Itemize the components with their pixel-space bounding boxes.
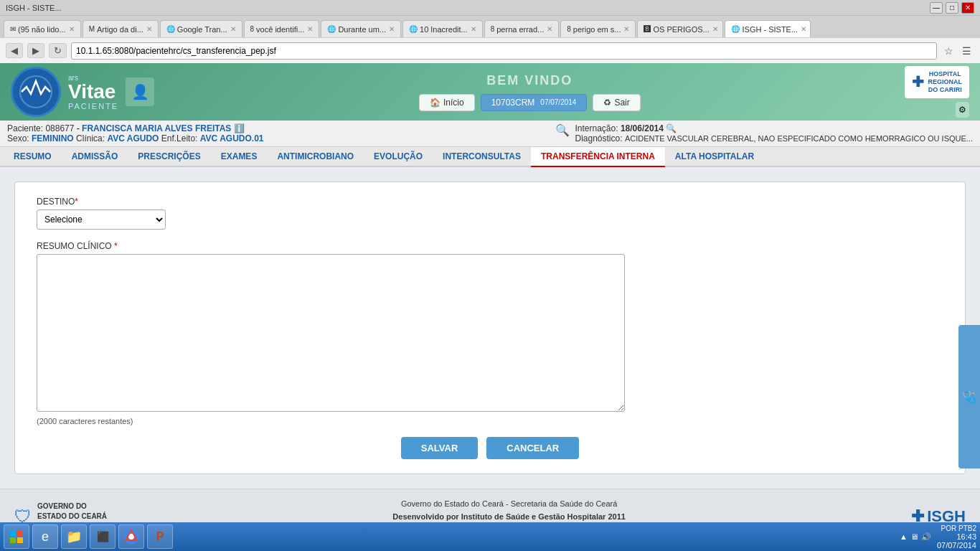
tab-alta-hospitalar[interactable]: ALTA HOSPITALAR — [665, 147, 764, 167]
files-button[interactable]: 📁 — [61, 524, 87, 549]
enf-value: AVC AGUDO.01 — [200, 133, 264, 143]
taskbar-up-icon: ▲ — [900, 532, 908, 541]
bem-vindo-text: BEM VINDO — [419, 73, 641, 88]
header-center: BEM VINDO 🏠 Início 10703CRM 07/07/2014 ♻… — [419, 73, 641, 111]
tab-close-4[interactable]: ✕ — [307, 25, 313, 33]
browser-tab-bar: ✉ (95 não lido... ✕ M Artigo da di... ✕ … — [0, 16, 980, 37]
tab-close-7[interactable]: ✕ — [547, 25, 552, 33]
ie-button[interactable]: e — [32, 524, 58, 549]
tab-close-5[interactable]: ✕ — [389, 25, 395, 33]
back-button[interactable]: ◀ — [6, 43, 23, 58]
ie-icon: e — [42, 529, 49, 545]
tab-label-6: 10 Inacredit... — [420, 25, 468, 34]
maximize-button[interactable]: □ — [946, 2, 958, 14]
reload-button[interactable]: ↻ — [49, 43, 67, 58]
crm-button[interactable]: 10703CRM 07/07/2014 — [481, 94, 588, 111]
window-controls: — □ ✕ — [930, 2, 974, 14]
menu-button[interactable]: ☰ — [959, 44, 974, 58]
date-display: 07/07/2014 — [937, 541, 976, 550]
resumo-textarea[interactable] — [37, 254, 625, 412]
save-button[interactable]: SALVAR — [401, 437, 479, 459]
browser-tab-2[interactable]: M Artigo da di... ✕ — [83, 20, 159, 37]
sair-icon: ♻ — [603, 98, 611, 108]
sair-button[interactable]: ♻ Sair — [593, 94, 640, 111]
settings-icon[interactable]: ⚙ — [956, 102, 969, 118]
search-patient-icon[interactable]: 🔍 — [555, 123, 570, 137]
terminal-button[interactable]: ⬛ — [90, 524, 116, 549]
destino-select[interactable]: Selecione — [37, 209, 166, 230]
tab-icon-5: 🌐 — [327, 25, 336, 33]
form-actions: SALVAR CANCELAR — [37, 437, 943, 459]
tab-evolucao[interactable]: EVOLUÇÃO — [364, 147, 433, 167]
header-nav-buttons: 🏠 Início 10703CRM 07/07/2014 ♻ Sair — [419, 94, 641, 111]
nav-tabs: RESUMO ADMISSÃO PRESCRIÇÕES EXAMES ANTIM… — [0, 147, 980, 167]
browser-tab-3[interactable]: 🌐 Google Tran... ✕ — [160, 20, 242, 37]
sair-label: Sair — [614, 98, 629, 108]
tab-close-2[interactable]: ✕ — [146, 25, 152, 33]
clinica-value: AVC AGUDO — [107, 133, 159, 143]
bookmark-button[interactable]: ☆ — [941, 44, 956, 58]
crm-date: 07/07/2014 — [540, 98, 576, 106]
tab-admissao[interactable]: ADMISSÃO — [62, 147, 128, 167]
tab-icon-2: M — [89, 25, 95, 33]
inicio-button[interactable]: 🏠 Início — [419, 94, 475, 111]
url-input[interactable] — [71, 42, 937, 60]
folder-icon: 📁 — [66, 529, 82, 545]
resumo-required: * — [114, 241, 118, 251]
resumo-label: RESUMO CLÍNICO * — [37, 241, 943, 251]
browser-tab-10[interactable]: 🌐 ISGH - SISTE... ✕ — [725, 20, 811, 37]
tab-antimicrobiano[interactable]: ANTIMICROBIANO — [267, 147, 364, 167]
tab-icon-8: 8 — [567, 25, 571, 33]
browser-tab-7[interactable]: 8 perna errad... ✕ — [484, 20, 560, 37]
start-button[interactable] — [4, 524, 29, 549]
browser-tab-4[interactable]: 8 você identifi... ✕ — [244, 20, 320, 37]
tab-close-9[interactable]: ✕ — [712, 25, 718, 33]
destino-required: * — [75, 197, 78, 207]
main-content: DESTINO* Selecione RESUMO CLÍNICO * (200… — [0, 167, 980, 489]
patient-info-icon: ℹ️ — [234, 123, 245, 133]
tab-close-1[interactable]: ✕ — [69, 25, 75, 33]
browser-tab-1[interactable]: ✉ (95 não lido... ✕ — [4, 20, 81, 37]
browser-tab-5[interactable]: 🌐 Durante um... ✕ — [321, 20, 401, 37]
browser-tab-9[interactable]: 🅱 OS PERIGOS... ✕ — [637, 20, 723, 37]
patient-id: 088677 — [45, 123, 74, 133]
tab-close-8[interactable]: ✕ — [623, 25, 629, 33]
chrome-button[interactable] — [118, 524, 144, 549]
tab-label-5: Durante um... — [338, 25, 386, 34]
hospital-name-text: HOSPITALREGIONALDO CARIRI — [928, 70, 962, 93]
browser-tab-8[interactable]: 8 perigo em s... ✕ — [560, 20, 636, 37]
internacao-label: Internação: — [575, 123, 618, 133]
enf-label: Enf.Leito: — [161, 133, 198, 143]
ppt-icon: P — [156, 530, 164, 543]
paciente-label: Paciente: — [7, 123, 45, 133]
destino-label: DESTINO* — [37, 197, 943, 207]
resumo-group: RESUMO CLÍNICO * (2000 caracteres restan… — [37, 241, 943, 425]
clinica-label: Clínica: — [76, 133, 105, 143]
side-panel: 🩺 — [958, 325, 980, 468]
tab-close-10[interactable]: ✕ — [801, 25, 806, 33]
logo-vitae-text: Vitae — [68, 82, 118, 102]
taskbar-time: POR PTB2 16:43 07/07/2014 — [937, 524, 976, 550]
tab-prescricoes[interactable]: PRESCRIÇÕES — [128, 147, 210, 167]
tab-close-6[interactable]: ✕ — [471, 25, 476, 33]
close-button[interactable]: ✕ — [961, 2, 974, 14]
browser-tab-6[interactable]: 🌐 10 Inacredit... ✕ — [402, 20, 483, 37]
svg-rect-4 — [17, 537, 23, 543]
patient-name: FRANCISCA MARIA ALVES FREITAS — [82, 123, 231, 133]
tab-interconsultas[interactable]: INTERCONSULTAS — [433, 147, 531, 167]
destino-group: DESTINO* Selecione — [37, 197, 943, 230]
powerpoint-button[interactable]: P — [147, 524, 173, 549]
tab-icon-3: 🌐 — [166, 25, 175, 33]
tab-exames[interactable]: EXAMES — [211, 147, 268, 167]
patient-info-left: Paciente: 088677 - FRANCISCA MARIA ALVES… — [7, 123, 263, 143]
tab-label-4: você identifi... — [256, 25, 304, 34]
cancel-button[interactable]: CANCELAR — [486, 437, 579, 459]
tab-close-3[interactable]: ✕ — [230, 25, 236, 33]
tab-transferencia-interna[interactable]: TRANSFERÊNCIA INTERNA — [531, 147, 665, 167]
crm-label: 10703CRM — [491, 98, 535, 108]
tab-icon-10: 🌐 — [731, 25, 740, 33]
tab-icon-9: 🅱 — [644, 25, 651, 33]
minimize-button[interactable]: — — [930, 2, 943, 14]
forward-button[interactable]: ▶ — [27, 43, 44, 58]
tab-resumo[interactable]: RESUMO — [4, 147, 62, 167]
